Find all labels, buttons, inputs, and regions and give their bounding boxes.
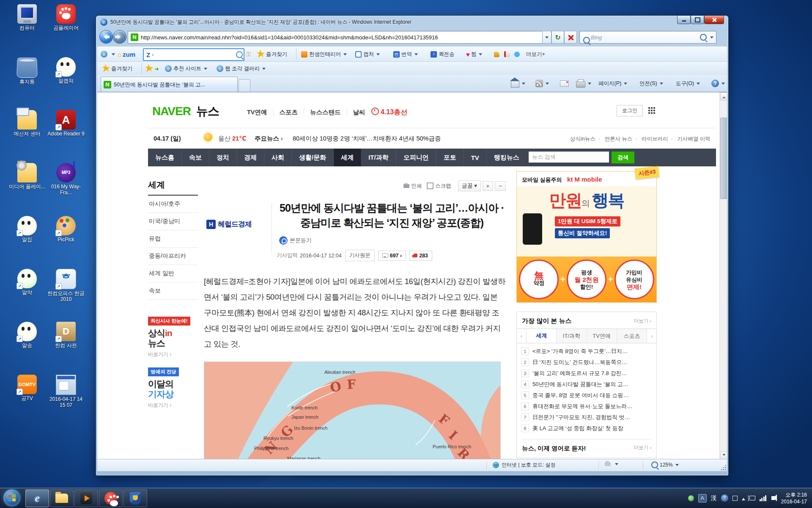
search-box[interactable]: Bing [579,31,716,44]
compatibility-view-button[interactable] [605,461,621,467]
nav-politics[interactable]: 정치 [209,149,237,166]
nav-society[interactable]: 사회 [264,149,292,166]
nav-it-science[interactable]: IT/과학 [361,149,396,166]
jjim-button[interactable]: ♥찜 [466,47,485,62]
desktop-icon-recycle-bin[interactable]: 휴지통 [8,57,47,85]
home-button[interactable] [511,77,528,89]
network-icon[interactable] [760,495,767,501]
desktop-icon-gomplayer[interactable]: 곰플레이어 [47,4,85,31]
capture-button[interactable]: 캡처 [355,47,382,62]
read-mail-button[interactable] [560,77,569,89]
link-common-sense-news[interactable]: 상식in뉴스 [570,136,595,142]
quicksend-button[interactable]: ⚡퀵전송 [431,47,455,62]
help-button[interactable]: ? [711,77,727,89]
sidebar-item-asia[interactable]: 아시아/호주 [148,196,198,213]
taskbar-security-button[interactable] [123,489,147,507]
menu-tv-enter[interactable]: TV연예 [241,108,274,116]
most-viewed-more-link[interactable]: 더보기 › [634,318,651,324]
scrollbar-thumb[interactable] [720,118,727,199]
desktop-icon-computer[interactable]: 컴퓨터 [8,4,47,31]
tabs-prev-arrow[interactable]: ‹ [517,329,526,343]
nav-life-culture[interactable]: 생활/문화 [292,149,334,166]
nav-opinion[interactable]: 오피니언 [396,149,436,166]
listen-button[interactable]: 본문듣기 [279,236,312,245]
nav-tv[interactable]: TV [464,149,487,166]
scroll-up-button[interactable] [720,92,727,100]
key-icon[interactable]: ⚿ [246,47,251,62]
election-link[interactable]: 4.13총선 [371,108,407,117]
nav-world-active[interactable]: 세계 [334,149,361,166]
news-list-item[interactable]: 450년만에 동시다발 꿈틀대는 ‘불의 고… [521,381,652,388]
ie-menu-button[interactable]: e [101,47,118,62]
menu-newsstand[interactable]: 뉴스스탠드 [304,108,347,116]
nav-photo[interactable]: 포토 [436,149,464,166]
banner-reporter-award[interactable]: 명예의 전당 이달의기자상 바로가기 › [148,367,198,409]
taskbar-gomplayer-button[interactable] [99,489,123,507]
maximize-button[interactable] [691,16,704,24]
taskbar-ie-button[interactable]: e [25,489,49,507]
strip-headline[interactable]: 80세이상 10명중 2명 ‘치매’…치매환자 4년새 50%급증 [293,135,441,143]
desktop-icon-messenger-center[interactable]: 메신저 센터 [8,110,47,137]
desktop-icon-screenshot-file[interactable]: 2016-04-17 14 15 07 [47,375,85,408]
zoom-control[interactable]: 125% [651,461,681,468]
strip-weather[interactable]: 울산 21℃ [218,135,247,143]
add-favorite-icon[interactable]: ➜ [146,62,159,75]
title-bar[interactable]: e 50년만에 동시다발 꿈틀대는 ‘불의 고리’...아시아 · 중남미로 확… [96,16,728,28]
web-slice-gallery-button[interactable]: e웹 조각 갤러리 [217,62,268,75]
url-dropdown-button[interactable] [542,31,551,44]
safety-menu-button[interactable]: 안전(S) [639,77,666,89]
sidebar-item-breaking[interactable]: 속보 [148,282,198,300]
horn-icon[interactable] [494,47,501,62]
ime-help-icon[interactable]: ? [721,494,728,502]
toolbar-favorites-button[interactable]: 즐겨찾기 [258,47,287,62]
twitter-icon[interactable] [514,47,521,62]
naver-logo[interactable]: NAVER 뉴스 [152,103,219,119]
page-menu-button[interactable]: 페이지(P) [598,77,630,89]
refresh-button[interactable]: ↻ [551,31,564,44]
scrap-button[interactable]: 스크랩 [427,182,451,190]
footer-more-link[interactable]: 더보기 › [634,444,651,453]
ime-status-icon[interactable] [688,495,694,501]
zum-home-button[interactable]: ⌂zum [118,47,135,62]
sidebar-item-europe[interactable]: 유럽 [148,230,198,248]
nav-breaking[interactable]: 속보 [182,149,209,166]
link-library[interactable]: 라이브러리 [642,136,668,142]
close-button[interactable] [704,16,724,24]
search-go-icon[interactable] [700,34,707,41]
tab-tv-enter[interactable]: TV연예 [587,329,617,343]
vertical-scrollbar[interactable] [719,92,727,460]
taskbar-explorer-button[interactable] [50,489,74,507]
tools-menu-button[interactable]: 도구(O) [676,77,702,89]
tab-naver-news[interactable]: N 50년만에 동시다발 꿈틀대는 ‘불의 고... [101,77,238,92]
comments-button[interactable]: 697 › [378,251,406,261]
stop-button[interactable] [564,31,577,44]
desktop-icon-alcapture[interactable]: 알캡처 [47,57,85,84]
tab-it-science[interactable]: IT/과학 [556,329,586,343]
zum-search-icon[interactable] [236,51,243,58]
link-article-history[interactable]: 기사배열 이력 [677,136,710,142]
sidebar-item-world-general[interactable]: 세계 일반 [148,265,198,282]
news-search-input[interactable]: 뉴스 검색 [529,152,609,163]
volume-icon[interactable] [771,496,775,500]
search-dropdown-icon[interactable] [710,36,713,40]
ime-latin-icon[interactable]: A [698,494,707,502]
news-list-item[interactable]: 8美 LA 고교에 ‘성 중립 화장실’ 첫 등장 [521,425,652,432]
login-button[interactable]: 로그인 [617,105,643,116]
desktop-icon-media-player-folder[interactable]: 미디어 플레이... [8,163,47,190]
banner-go-link[interactable]: 바로가기 › [148,402,198,409]
original-article-button[interactable]: 기사원문 [345,250,375,261]
minimize-button[interactable] [677,16,691,24]
banner-go-link[interactable]: 바로가기 › [148,351,198,358]
forward-button[interactable] [113,30,126,43]
sidebar-item-middleeast[interactable]: 중동/아프리카 [148,248,198,265]
desktop-icon-alzip[interactable]: 알집 [8,216,47,243]
kt-mmobile-ad[interactable]: 시즌#3 모바일 실용주의 kt M mobile 만원의 행복 1만원 대 U… [516,171,657,303]
translate-button[interactable]: 번번역 [393,47,420,62]
news-list-item[interactable]: 2日 ‘지진 도미노’ 건드렸나…북동쪽으… [521,359,652,366]
taskbar-media-player-button[interactable] [74,489,98,507]
print-button[interactable] [576,77,594,89]
nav-newshome[interactable]: 뉴스홈 [148,149,182,166]
menu-weather[interactable]: 날씨 [347,108,371,116]
sidebar-item-america[interactable]: 미국/중남미 [148,213,198,230]
action-center-flag-icon[interactable] [749,496,755,500]
